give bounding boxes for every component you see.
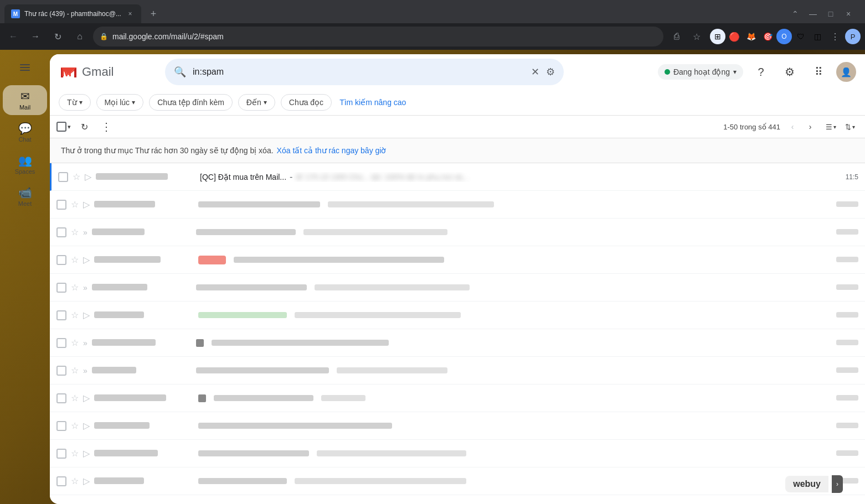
prev-page-button[interactable]: ‹ (785, 119, 800, 134)
back-button[interactable]: ← (4, 28, 22, 45)
ext-icon-1[interactable]: 🔴 (727, 29, 742, 44)
maximize-button[interactable]: □ (823, 6, 838, 22)
list-view-button[interactable]: ☰ ▾ (822, 121, 840, 133)
star-icon[interactable]: ☆ (73, 172, 80, 182)
address-bar[interactable]: 🔒 mail.google.com/mail/u/2/#spam (93, 27, 663, 46)
time-filter-button[interactable]: Mọi lúc ▾ (96, 94, 144, 111)
email-checkbox[interactable] (58, 172, 68, 182)
new-tab-button[interactable]: + (146, 6, 161, 22)
read-filter-button[interactable]: Chưa đọc (281, 94, 332, 111)
settings-button[interactable]: ⚙ (779, 61, 801, 83)
search-input[interactable] (193, 67, 524, 77)
search-clear-icon[interactable]: ✕ (531, 66, 539, 78)
important-icon[interactable]: ▷ (83, 448, 90, 459)
email-checkbox[interactable] (56, 227, 66, 237)
ext-icon-5[interactable]: 🛡 (793, 29, 809, 44)
refresh-button[interactable]: ↻ (49, 28, 66, 45)
important-icon[interactable]: ▷ (83, 199, 90, 210)
email-checkbox[interactable] (56, 366, 66, 376)
email-checkbox[interactable] (56, 449, 66, 459)
star-icon[interactable]: ☆ (71, 476, 79, 486)
table-row[interactable]: ☆ ▷ (50, 246, 865, 274)
search-filter-icon[interactable]: ⚙ (546, 66, 555, 78)
to-filter-button[interactable]: Đến ▾ (238, 94, 275, 111)
table-row[interactable]: ☆ ▷ (50, 302, 865, 329)
important-icon[interactable]: » (83, 366, 87, 375)
sidebar-item-spaces[interactable]: 👥 Spaces (3, 149, 47, 179)
gmail-search-bar[interactable]: 🔍 ✕ ⚙ (165, 59, 564, 85)
advanced-search-link[interactable]: Tìm kiếm nâng cao (339, 98, 406, 107)
sidebar-item-chat[interactable]: 💬 Chat (3, 117, 47, 147)
star-icon[interactable]: ☆ (71, 227, 79, 237)
delete-all-spam-link[interactable]: Xóa tất cả thư rác ngay bây giờ (277, 146, 387, 155)
email-checkbox[interactable] (56, 200, 66, 210)
ext-icon-2[interactable]: 🦊 (743, 29, 759, 44)
star-icon[interactable]: ☆ (71, 393, 79, 403)
important-icon[interactable]: ▷ (83, 310, 90, 320)
table-row[interactable]: ☆ ▷ [QC] Đặt mua trên Mail... - tế 17h:1… (50, 163, 865, 191)
important-icon[interactable]: ▷ (83, 254, 90, 265)
table-row[interactable]: ☆ ▷ (50, 191, 865, 219)
hamburger-menu-button[interactable] (12, 54, 38, 81)
star-icon[interactable]: ☆ (71, 310, 79, 320)
qr-ext-icon[interactable]: ⊞ (710, 29, 725, 44)
browser-profile-icon[interactable]: P (845, 29, 861, 44)
home-button[interactable]: ⌂ (71, 28, 89, 45)
table-row[interactable]: ☆ ▷ (50, 440, 865, 467)
sidebar-item-meet[interactable]: 📹 Meet (3, 181, 47, 211)
bookmark-icon[interactable]: ☆ (688, 28, 706, 45)
table-row[interactable]: ☆ ▷ (50, 467, 865, 495)
select-all-chevron-icon[interactable]: ▾ (68, 123, 71, 131)
refresh-button[interactable]: ↻ (75, 118, 93, 136)
more-options-button[interactable]: ⋮ (97, 118, 115, 136)
star-icon[interactable]: ☆ (71, 254, 79, 265)
ext-icon-3[interactable]: 🎯 (760, 29, 775, 44)
select-all-checkbox[interactable] (56, 122, 66, 132)
webuy-arrow-icon[interactable]: › (832, 475, 843, 493)
email-checkbox[interactable] (56, 310, 66, 320)
important-icon[interactable]: ▷ (83, 476, 90, 486)
ext-icon-4[interactable]: O (776, 29, 792, 44)
active-tab[interactable]: M Thư rác (439) - phamthaihoc@... × (4, 4, 141, 23)
ext-icon-6[interactable]: ◫ (810, 29, 825, 44)
table-row[interactable]: ☆ ▷ (50, 412, 865, 440)
next-page-button[interactable]: › (802, 119, 818, 134)
table-row[interactable]: ☆ ▷ (50, 385, 865, 412)
sort-options-button[interactable]: ⇅ ▾ (842, 121, 858, 133)
important-icon[interactable]: ▷ (85, 172, 91, 182)
table-row[interactable]: ☆ » (50, 219, 865, 246)
important-icon[interactable]: » (83, 283, 87, 292)
star-icon[interactable]: ☆ (71, 337, 79, 348)
email-checkbox[interactable] (56, 283, 66, 293)
status-indicator[interactable]: Đang hoạt động ▾ (658, 64, 743, 80)
forward-button[interactable]: → (27, 28, 44, 45)
user-avatar[interactable]: 👤 (836, 62, 856, 82)
table-row[interactable]: ☆ » (50, 357, 865, 385)
important-icon[interactable]: » (83, 339, 87, 347)
browser-menu-icon[interactable]: ⋮ (826, 28, 844, 45)
tab-close-button[interactable]: × (126, 9, 135, 18)
close-button[interactable]: × (841, 6, 856, 22)
table-row[interactable]: ☆ » (50, 274, 865, 302)
important-icon[interactable]: » (83, 228, 87, 237)
star-icon[interactable]: ☆ (71, 448, 79, 459)
email-checkbox[interactable] (56, 393, 66, 403)
table-row[interactable]: ☆ » (50, 329, 865, 357)
from-filter-button[interactable]: Từ ▾ (59, 94, 91, 111)
star-icon[interactable]: ☆ (71, 199, 79, 210)
search-icon[interactable]: 🔍 (174, 66, 186, 78)
email-checkbox[interactable] (56, 476, 66, 486)
important-icon[interactable]: ▷ (83, 420, 90, 431)
minimize-button[interactable]: — (805, 6, 821, 22)
email-checkbox[interactable] (56, 338, 66, 348)
apps-button[interactable]: ⠿ (807, 61, 830, 83)
share-icon[interactable]: ⎙ (668, 28, 686, 45)
email-checkbox[interactable] (56, 255, 66, 265)
star-icon[interactable]: ☆ (71, 420, 79, 431)
email-checkbox[interactable] (56, 421, 66, 431)
help-button[interactable]: ? (750, 61, 772, 83)
attachment-filter-button[interactable]: Chưa tệp đính kèm (149, 94, 233, 111)
sidebar-item-mail[interactable]: ✉ Mail (3, 85, 47, 115)
star-icon[interactable]: ☆ (71, 365, 79, 376)
important-icon[interactable]: ▷ (83, 393, 90, 403)
